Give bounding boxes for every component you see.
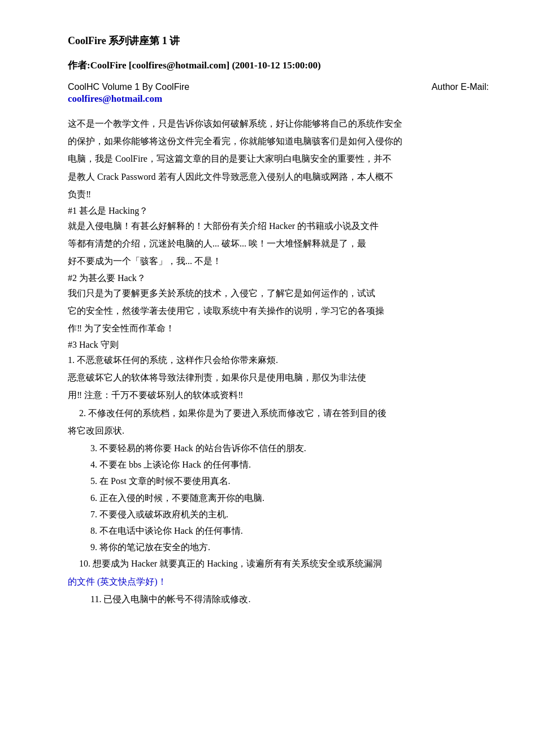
author-line: 作者:CoolFire [coolfires@hotmail.com] (200… — [68, 59, 489, 72]
rule10-sub: 的文件 (英文快点学好)！ — [68, 574, 489, 589]
header-part1: CoolHC Volume 1 By CoolFire — [68, 82, 189, 92]
section2-p3: 作‼ 为了安全性而作革命！ — [68, 321, 489, 336]
email-line: coolfires@hotmail.com — [68, 93, 489, 105]
section1-p3: 好不要成为一个「骇客」，我... 不是！ — [68, 253, 489, 269]
rule6: 6. 正在入侵的时候，不要随意离开你的电脑. — [90, 490, 489, 506]
section2-heading: #2 为甚么要 Hack？ — [68, 273, 489, 284]
page-title: CoolFire 系列讲座第 1 讲 — [68, 34, 489, 47]
rule9: 9. 将你的笔记放在安全的地方. — [90, 539, 489, 555]
rule5: 5. 在 Post 文章的时候不要使用真名. — [90, 473, 489, 489]
body-p1: 这不是一个教学文件，只是告诉你该如何破解系统，好让你能够将自己的系统作安全 — [68, 116, 489, 131]
section1-p2: 等都有清楚的介绍，沉迷於电脑的人... 破坏... 唉！一大堆怪解释就是了，最 — [68, 236, 489, 251]
rule11: 11. 已侵入电脑中的帐号不得清除或修改. — [90, 591, 489, 607]
rule4: 4. 不要在 bbs 上谈论你 Hack 的任何事情. — [90, 457, 489, 472]
body-p3: 电脑，我是 CoolFire，写这篇文章的目的是要让大家明白电脑安全的重要性，并… — [68, 151, 489, 166]
section1-heading: #1 甚么是 Hacking？ — [68, 205, 489, 217]
rule1-sub1: 恶意破坏它人的软体将导致法律刑责，如果你只是使用电脑，那仅为非法使 — [68, 370, 489, 385]
section1-p1: 就是入侵电脑！有甚么好解释的！大部份有关介绍 Hacker 的书籍或小说及文件 — [68, 218, 489, 234]
section2-p1: 我们只是为了要解更多关於系统的技术，入侵它，了解它是如何运作的，试试 — [68, 286, 489, 301]
rule3: 3. 不要轻易的将你要 Hack 的站台告诉你不信任的朋友. — [90, 440, 489, 456]
header-row: CoolHC Volume 1 By CoolFire Author E-Mai… — [68, 82, 489, 92]
section2-p2: 它的安全性，然後学著去使用它，读取系统中有关操作的说明，学习它的各项操 — [68, 303, 489, 318]
section3-heading: #3 Hack 守则 — [68, 339, 489, 351]
rule1: 1. 不恶意破坏任何的系统，这样作只会给你带来麻烦. — [68, 352, 489, 368]
rule8: 8. 不在电话中谈论你 Hack 的任何事情. — [90, 523, 489, 538]
body-p2: 的保护，如果你能够将这份文件完全看完，你就能够知道电脑骇客们是如何入侵你的 — [68, 133, 489, 149]
rule2-sub: 将它改回原状. — [68, 423, 489, 438]
rule10-sub-text: 的文件 (英文快点学好)！ — [68, 577, 167, 586]
rule7: 7. 不要侵入或破坏政府机关的主机. — [90, 507, 489, 522]
rule10: 10. 想要成为 Hacker 就要真正的 Hacking，读遍所有有关系统安全… — [79, 556, 489, 571]
email-address: coolfires@hotmail.com — [68, 93, 162, 104]
rule2: 2. 不修改任何的系统档，如果你是为了要进入系统而修改它，请在答到目的後 — [79, 405, 489, 421]
body-p4: 是教人 Crack Password 若有人因此文件导致恶意入侵别人的电脑或网路… — [68, 169, 489, 184]
body-p5: 负责‼ — [68, 187, 489, 202]
header-part2: Author E-Mail: — [432, 82, 489, 92]
rule1-sub2: 用‼ 注意：千万不要破坏别人的软体或资料‼ — [68, 387, 489, 403]
